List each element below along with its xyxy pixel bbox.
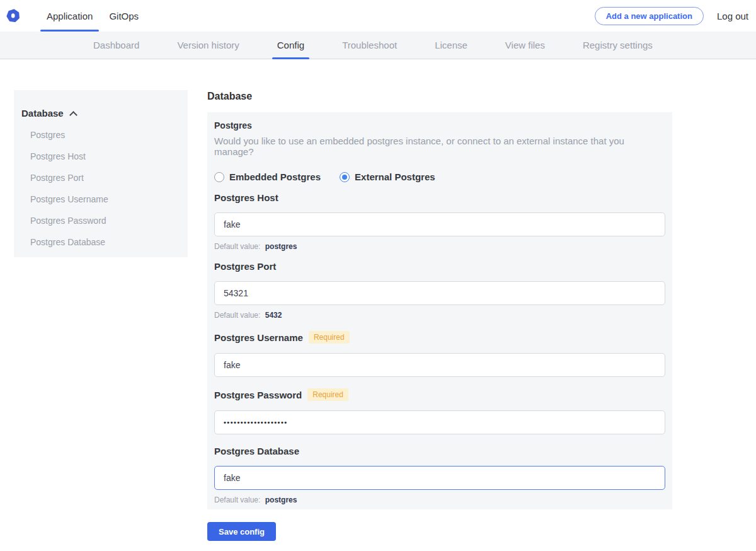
field-label-postgres-password: Postgres Password [214,390,302,400]
radio-external-label: External Postgres [355,171,435,182]
subnav-dashboard-label: Dashboard [93,40,139,50]
subnav-item-registry-settings[interactable]: Registry settings [583,32,653,59]
logout-button[interactable]: Log out [717,11,748,21]
sidebar-item-postgres-password[interactable]: Postgres Password [21,216,180,226]
tab-gitops-label: GitOps [109,11,139,21]
default-value-label: Default value: [214,242,260,251]
replicated-logo-icon[interactable] [6,8,20,23]
sidebar-item-postgres-username[interactable]: Postgres Username [21,194,180,204]
postgres-password-input[interactable] [214,410,665,434]
field-label-row-postgres-username: Postgres Username Required [214,331,665,344]
default-value-text: postgres [265,242,297,251]
top-tabs: Application GitOps [37,0,145,32]
subnav-troubleshoot-label: Troubleshoot [342,40,397,50]
postgres-mode-radio-group: Embedded Postgres External Postgres [214,171,665,182]
radio-selected-icon[interactable] [340,172,350,182]
group-label-postgres: Postgres [214,120,665,130]
add-new-application-button[interactable]: Add a new application [595,7,704,25]
tab-application-label: Application [47,11,93,21]
sidebar-group-label: Database [21,108,64,119]
helper-postgres-host: Default value: postgres [214,242,665,251]
subnav-item-view-files[interactable]: View files [505,32,545,59]
field-label-row-postgres-password: Postgres Password Required [214,388,665,401]
postgres-database-input[interactable] [214,466,665,490]
subnav-view-files-label: View files [505,40,545,50]
subnav-item-license[interactable]: License [435,32,467,59]
top-nav-right: Add a new application Log out [595,7,748,25]
save-config-button[interactable]: Save config [207,522,276,541]
group-help-text: Would you like to use an embedded postgr… [214,136,665,157]
database-config-panel: Postgres Would you like to use an embedd… [207,112,672,509]
field-label-row-postgres-host: Postgres Host [214,192,665,203]
radio-embedded-label: Embedded Postgres [229,171,321,182]
postgres-username-input[interactable] [214,353,665,377]
sidebar-item-postgres-database[interactable]: Postgres Database [21,237,180,247]
field-label-postgres-port: Postgres Port [214,261,276,272]
subnav-item-config[interactable]: Config [277,32,304,59]
required-badge: Required [309,331,350,344]
sidebar-item-postgres-port[interactable]: Postgres Port [21,173,180,183]
radio-option-embedded-postgres[interactable]: Embedded Postgres [214,171,321,182]
subnav-version-history-label: Version history [177,40,239,50]
required-badge: Required [307,388,348,401]
radio-dot [342,175,347,180]
sidebar-item-postgres-host[interactable]: Postgres Host [21,151,180,161]
active-subnav-underline [272,57,309,59]
helper-postgres-database: Default value: postgres [214,496,665,504]
subnav-config-label: Config [277,40,304,50]
field-label-postgres-database: Postgres Database [214,446,299,456]
app-sub-nav: Dashboard Version history Config Trouble… [0,32,756,59]
config-sidebar: Database Postgres Postgres Host Postgres… [14,90,188,257]
kots-admin-console: Application GitOps Add a new application… [0,0,756,551]
field-label-postgres-host: Postgres Host [214,192,278,203]
field-label-row-postgres-database: Postgres Database [214,446,665,456]
field-label-postgres-username: Postgres Username [214,332,303,343]
chevron-up-icon [69,111,77,119]
subnav-license-label: License [435,40,467,50]
sidebar-item-list: Postgres Postgres Host Postgres Port Pos… [21,130,180,247]
default-value-label: Default value: [214,311,260,320]
subnav-item-troubleshoot[interactable]: Troubleshoot [342,32,397,59]
top-nav: Application GitOps Add a new application… [0,0,756,32]
page-title: Database [207,91,252,102]
subnav-registry-settings-label: Registry settings [583,40,653,50]
default-value-text: postgres [265,496,297,504]
default-value-text: 5432 [265,311,282,320]
radio-option-external-postgres[interactable]: External Postgres [340,171,435,182]
sidebar-item-postgres[interactable]: Postgres [21,130,180,140]
postgres-host-input[interactable] [214,212,665,236]
subnav-item-dashboard[interactable]: Dashboard [93,32,139,59]
tab-application[interactable]: Application [40,0,99,32]
default-value-label: Default value: [214,496,260,504]
helper-postgres-port: Default value: 5432 [214,311,665,320]
sidebar-group-database[interactable]: Database [21,108,180,119]
tab-gitops[interactable]: GitOps [103,0,145,32]
field-label-row-postgres-port: Postgres Port [214,261,665,272]
radio-unselected-icon[interactable] [214,172,224,182]
postgres-port-input[interactable] [214,281,665,305]
subnav-item-version-history[interactable]: Version history [177,32,239,59]
